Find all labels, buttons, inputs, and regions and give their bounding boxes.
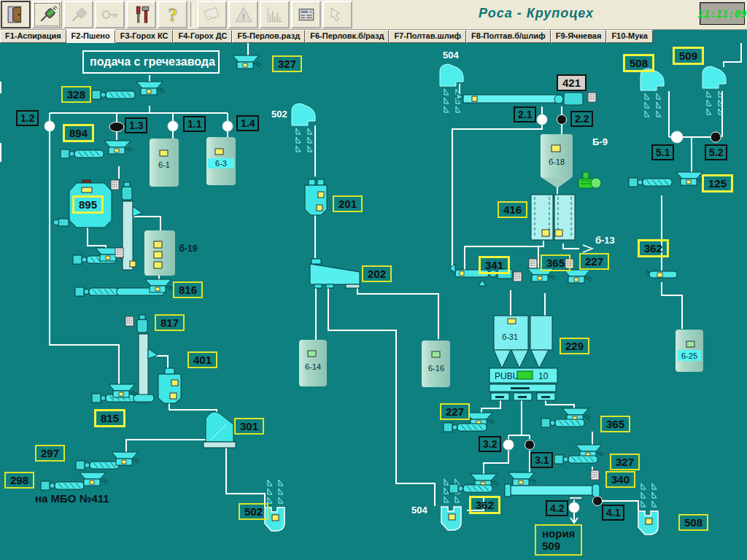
route-label-2-2[interactable]: 2.2: [570, 111, 593, 127]
noria-508-boot[interactable]: [638, 483, 658, 534]
equip-label-502-boot[interactable]: 502: [239, 503, 268, 520]
equip-label-297[interactable]: 297: [35, 445, 65, 462]
equip-label-362-bot[interactable]: 362: [469, 496, 500, 514]
feeder-328[interactable]: [136, 82, 165, 95]
tab-f9-yachnevaya[interactable]: F9-Ячневая: [551, 30, 607, 43]
feeder-298[interactable]: [80, 472, 108, 486]
equip-label-229[interactable]: 229: [560, 338, 589, 354]
equip-label-340[interactable]: 340: [605, 471, 635, 488]
feeder-297[interactable]: [112, 452, 140, 465]
route-label-3-1[interactable]: 3.1: [530, 452, 553, 468]
screw-conveyor-227-bot[interactable]: [444, 423, 487, 432]
screw-conveyor-365-bot[interactable]: [541, 419, 584, 427]
route-label-1-3[interactable]: 1.3: [125, 117, 147, 133]
equip-label-816[interactable]: 816: [173, 281, 203, 298]
machine-416[interactable]: [531, 195, 575, 240]
feeder-227-mid[interactable]: [564, 270, 592, 283]
green-motor[interactable]: [578, 172, 601, 188]
valve-4-2[interactable]: [569, 502, 579, 513]
bin-b18[interactable]: б-18: [541, 134, 573, 188]
tab-f8-poltav-b-shlif[interactable]: F8-Полтав.б/шлиф: [466, 30, 551, 43]
equip-label-328[interactable]: 328: [61, 86, 91, 103]
bin-6-14[interactable]: 6-14: [299, 340, 327, 386]
route-label-4-2[interactable]: 4.2: [546, 500, 568, 516]
alarms-button[interactable]: !: [228, 1, 258, 28]
conveyor-815-ext[interactable]: [133, 394, 154, 402]
equip-label-416[interactable]: 416: [498, 201, 527, 218]
machine-201[interactable]: [305, 179, 327, 215]
valve-3-2[interactable]: [503, 440, 514, 450]
tab-f1-aspiraciya[interactable]: F1-Аспирация: [0, 30, 66, 43]
screw-conveyor-894[interactable]: [61, 149, 104, 158]
screw-conveyor-362-right[interactable]: [645, 271, 677, 278]
screw-conveyor-297[interactable]: [76, 461, 119, 470]
belt-conveyor-421[interactable]: [457, 93, 596, 105]
sieve-202[interactable]: [310, 259, 360, 288]
equip-label-202[interactable]: 202: [362, 265, 392, 282]
route-label-1-4[interactable]: 1.4: [236, 115, 259, 131]
equip-label-817[interactable]: 817: [155, 314, 185, 331]
route-label-5-2[interactable]: 5.2: [705, 144, 727, 160]
route-label-1-2[interactable]: 1.2: [16, 110, 39, 126]
equip-label-895[interactable]: 895: [72, 195, 104, 214]
screw-conveyor-362-bot[interactable]: [449, 484, 492, 493]
equip-label-125[interactable]: 125: [702, 174, 733, 192]
screw-conveyor-125[interactable]: [629, 178, 672, 187]
tab-f10-muka[interactable]: F10-Мука: [606, 30, 653, 43]
machine-301[interactable]: [204, 412, 236, 448]
valve-1-3[interactable]: [109, 122, 124, 132]
reports-button[interactable]: [197, 1, 227, 28]
feeder-125[interactable]: [676, 172, 705, 185]
equip-label-362-right[interactable]: 362: [638, 239, 669, 257]
tab-f4-goroh-ds[interactable]: F4-Горох ДС: [173, 30, 232, 43]
noria-509-label[interactable]: нория 509: [535, 524, 582, 556]
route-label-3-2[interactable]: 3.2: [479, 436, 501, 452]
tab-f6-perlovka[interactable]: F6-Перловк.б/разд: [305, 30, 389, 43]
route-label-2-1[interactable]: 2.1: [514, 106, 536, 122]
valve-3-1[interactable]: [525, 440, 535, 450]
equip-label-815[interactable]: 815: [94, 409, 125, 427]
equip-label-365-bot[interactable]: 365: [600, 416, 630, 432]
valve-1-4[interactable]: [222, 121, 233, 131]
machine-401[interactable]: [158, 368, 181, 403]
bin-6-16[interactable]: 6-16: [422, 341, 450, 387]
screw-conveyor-328[interactable]: [92, 90, 135, 99]
equip-label-401[interactable]: 401: [187, 351, 217, 368]
valve-2-2[interactable]: [557, 115, 567, 125]
tab-f3-goroh-ks[interactable]: F3-Горох КС: [115, 30, 174, 43]
valve-1-2[interactable]: [44, 121, 55, 131]
pubu-machine[interactable]: б-31 PUBU 10: [489, 316, 557, 400]
tab-f2-psheno[interactable]: F2-Пшено: [66, 30, 115, 43]
equip-label-298[interactable]: 298: [4, 472, 34, 489]
equip-label-201[interactable]: 201: [333, 195, 363, 212]
bin-6-3[interactable]: 6-3: [206, 137, 236, 185]
valve-5-2[interactable]: [711, 132, 721, 142]
equip-label-894[interactable]: 894: [63, 124, 94, 142]
bin-6-25[interactable]: 6-25: [676, 330, 703, 372]
equip-label-508-bot[interactable]: 508: [678, 514, 708, 531]
noria-502-head[interactable]: [292, 104, 315, 152]
route-label-4-1[interactable]: 4.1: [602, 505, 624, 521]
route-label-1-1[interactable]: 1.1: [183, 116, 206, 132]
equip-label-508-top[interactable]: 508: [623, 54, 654, 72]
equip-label-421[interactable]: 421: [557, 74, 587, 91]
access-button[interactable]: [95, 1, 125, 28]
valve-2-1[interactable]: [537, 114, 547, 125]
feeder-327-top[interactable]: [233, 55, 261, 69]
disconnect-button[interactable]: [63, 1, 93, 28]
settings-button[interactable]: [126, 1, 156, 28]
bin-b19[interactable]: б-19: [144, 230, 198, 276]
tab-f5-perlov-razd[interactable]: F5-Перлов.разд: [232, 30, 305, 43]
equip-label-301[interactable]: 301: [234, 418, 264, 435]
feeder-894[interactable]: [104, 141, 133, 154]
valve-5-1[interactable]: [671, 131, 683, 143]
noria-508-head[interactable]: [640, 69, 664, 117]
belt-conveyor-340[interactable]: [505, 470, 600, 499]
tab-f7-poltav-shlif[interactable]: F7-Полтав.шлиф: [389, 30, 466, 43]
equip-label-327-top[interactable]: 327: [272, 55, 302, 72]
connect-button[interactable]: [32, 1, 62, 28]
manual-button[interactable]: [322, 1, 352, 28]
equip-label-365-mid[interactable]: 365: [541, 254, 570, 271]
screw-conveyor-298[interactable]: [41, 481, 84, 490]
route-label-5-1[interactable]: 5.1: [651, 144, 674, 160]
